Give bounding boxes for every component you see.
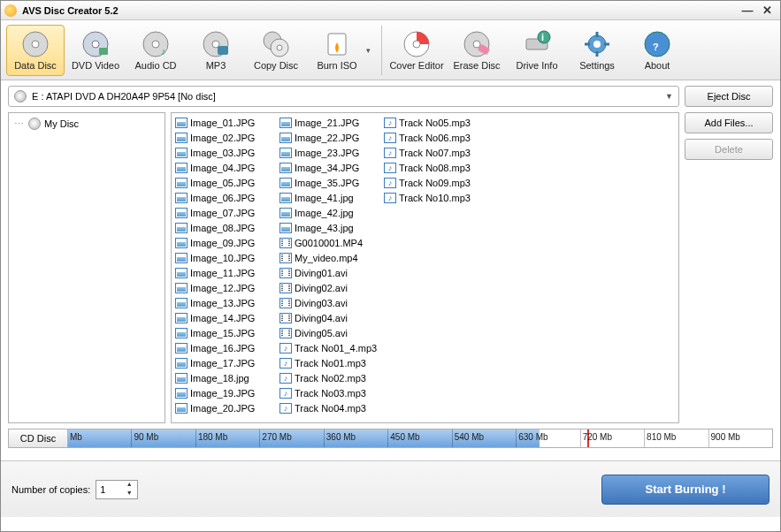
file-item[interactable]: Track No06.mp3 [382, 130, 486, 145]
audio-file-icon [279, 403, 292, 414]
svg-point-16 [413, 41, 420, 48]
cover-editor-button[interactable]: Cover Editor [387, 25, 446, 76]
mp3-icon [202, 30, 230, 58]
drive-selector[interactable]: E : ATAPI DVD A DH20A4P 9P54 [No disc] ▼ [8, 86, 679, 107]
audio-file-icon [279, 358, 292, 369]
file-list-pane[interactable]: Image_01.JPGImage_02.JPGImage_03.JPGImag… [171, 112, 679, 423]
file-item[interactable]: Image_04.JPG [173, 160, 278, 175]
file-item[interactable]: Diving05.avi [278, 325, 382, 340]
file-item[interactable]: Image_18.jpg [173, 370, 278, 385]
image-file-icon [175, 313, 188, 323]
erase-disc-button[interactable]: Erase Disc [448, 25, 506, 76]
file-item[interactable]: Track No01.mp3 [278, 355, 382, 370]
file-name: Image_15.JPG [190, 328, 255, 338]
file-item[interactable]: Diving03.avi [278, 295, 382, 310]
file-item[interactable]: Image_12.JPG [173, 280, 278, 295]
file-item[interactable]: G0010001.MP4 [278, 235, 382, 250]
file-item[interactable]: My_video.mp4 [278, 250, 382, 265]
file-item[interactable]: Image_11.JPG [173, 265, 278, 280]
file-item[interactable]: Image_20.JPG [173, 400, 278, 415]
file-item[interactable]: Image_15.JPG [173, 325, 278, 340]
file-item[interactable]: Image_03.JPG [173, 145, 278, 160]
file-item[interactable]: Image_42.jpg [278, 205, 382, 220]
start-burning-button[interactable]: Start Burning ! [601, 475, 770, 505]
video-file-icon [279, 298, 292, 308]
file-item[interactable]: Image_19.JPG [173, 385, 278, 400]
file-item[interactable]: Image_17.JPG [173, 355, 278, 370]
tree-root[interactable]: ⋯ My Disc [12, 117, 161, 131]
dropdown-arrow-icon[interactable]: ▾ [366, 46, 375, 55]
svg-point-6 [152, 41, 159, 48]
file-name: Image_05.JPG [190, 178, 255, 188]
image-file-icon [175, 403, 188, 414]
minimize-button[interactable]: — [738, 4, 757, 17]
audio-cd-button[interactable]: ♪ Audio CD [126, 25, 185, 76]
image-file-icon [175, 223, 188, 233]
file-name: Track No09.mp3 [399, 178, 471, 188]
file-name: Image_01.JPG [190, 118, 255, 128]
audio-file-icon [384, 163, 396, 173]
file-item[interactable]: Image_02.JPG [173, 130, 278, 145]
file-item[interactable]: Track No10.mp3 [382, 190, 486, 205]
drive-info-button[interactable]: i Drive Info [508, 25, 566, 76]
copy-disc-button[interactable]: Copy Disc [247, 25, 305, 76]
ruler-tick: 270 Mb [259, 429, 323, 447]
close-button[interactable]: ✕ [757, 4, 777, 17]
about-button[interactable]: ? About [628, 25, 686, 76]
burn-iso-button[interactable]: Burn ISO ▾ [307, 25, 376, 76]
file-item[interactable]: Image_21.JPG [278, 115, 382, 130]
ruler-tick-label: 900 Mb [711, 432, 740, 442]
file-item[interactable]: Track No01_4.mp3 [278, 340, 382, 355]
svg-text:i: i [541, 32, 544, 42]
spinner-up[interactable]: ▲ [123, 481, 135, 490]
file-item[interactable]: Image_41.jpg [278, 190, 382, 205]
disc-type-label[interactable]: CD Disc [8, 429, 68, 448]
file-item[interactable]: Track No02.mp3 [278, 370, 382, 385]
file-item[interactable]: Image_01.JPG [173, 115, 278, 130]
file-item[interactable]: Image_13.JPG [173, 295, 278, 310]
tree-pane[interactable]: ⋯ My Disc [8, 112, 165, 423]
mp3-button[interactable]: MP3 [187, 25, 245, 76]
file-item[interactable]: Image_34.JPG [278, 160, 382, 175]
eject-disc-button[interactable]: Eject Disc [685, 86, 773, 107]
disc-icon [21, 30, 50, 58]
file-item[interactable]: Image_10.JPG [173, 250, 278, 265]
file-item[interactable]: Track No08.mp3 [382, 160, 486, 175]
audio-file-icon [279, 388, 292, 399]
copies-input[interactable] [96, 484, 123, 495]
file-item[interactable]: Image_43.jpg [278, 220, 382, 235]
svg-rect-4 [99, 48, 108, 55]
file-item[interactable]: Image_07.JPG [173, 205, 278, 220]
spinner-down[interactable]: ▼ [123, 490, 135, 498]
file-item[interactable]: Track No04.mp3 [278, 400, 382, 415]
dvd-video-button[interactable]: DVD Video [66, 25, 125, 76]
file-item[interactable]: Track No03.mp3 [278, 385, 382, 400]
file-item[interactable]: Image_09.JPG [173, 235, 278, 250]
file-item[interactable]: Track No07.mp3 [382, 145, 486, 160]
data-disc-button[interactable]: Data Disc [6, 25, 65, 76]
file-item[interactable]: Diving01.avi [278, 265, 382, 280]
file-item[interactable]: Image_05.JPG [173, 175, 278, 190]
main-toolbar: Data Disc DVD Video ♪ Audio CD MP3 Copy … [1, 20, 780, 80]
file-item[interactable]: Image_06.JPG [173, 190, 278, 205]
file-item[interactable]: Diving04.avi [278, 310, 382, 325]
copies-spinner[interactable]: ▲ ▼ [96, 480, 138, 499]
file-item[interactable]: Image_14.JPG [173, 310, 278, 325]
file-item[interactable]: Diving02.avi [278, 280, 382, 295]
file-item[interactable]: Image_35.JPG [278, 175, 382, 190]
file-item[interactable]: Image_22.JPG [278, 130, 382, 145]
svg-rect-10 [218, 46, 228, 55]
file-item[interactable]: Track No05.mp3 [382, 115, 486, 130]
file-name: Image_19.JPG [190, 388, 255, 399]
file-item[interactable]: Track No09.mp3 [382, 175, 486, 190]
file-item[interactable]: Image_23.JPG [278, 145, 382, 160]
video-file-icon [279, 283, 292, 293]
ruler-tick-label: 180 Mb [198, 432, 227, 442]
settings-button[interactable]: Settings [568, 25, 626, 76]
tree-root-label: My Disc [44, 118, 79, 129]
add-files-button[interactable]: Add Files... [685, 112, 773, 133]
file-item[interactable]: Image_08.JPG [173, 220, 278, 235]
file-item[interactable]: Image_16.JPG [173, 340, 278, 355]
image-file-icon [175, 208, 188, 218]
image-file-icon [175, 358, 188, 369]
